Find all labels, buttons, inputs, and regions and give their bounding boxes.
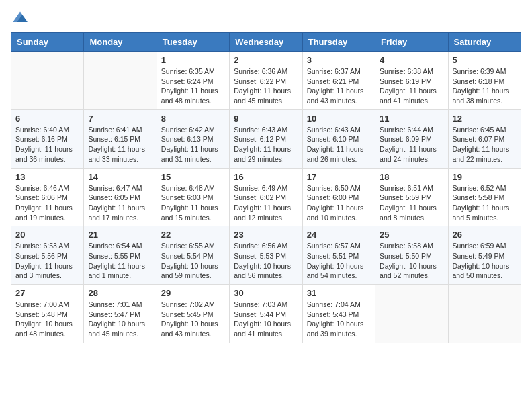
calendar-cell: 19Sunrise: 6:52 AM Sunset: 5:58 PM Dayli… (448, 168, 521, 226)
column-header-thursday: Thursday (302, 33, 375, 52)
calendar-cell: 18Sunrise: 6:51 AM Sunset: 5:59 PM Dayli… (375, 168, 448, 226)
column-header-sunday: Sunday (11, 33, 84, 52)
calendar-cell (11, 52, 84, 110)
day-info: Sunrise: 6:51 AM Sunset: 5:59 PM Dayligh… (380, 183, 443, 223)
calendar-cell: 7Sunrise: 6:41 AM Sunset: 6:15 PM Daylig… (84, 109, 157, 168)
day-number: 20 (15, 230, 79, 240)
day-number: 16 (234, 172, 298, 182)
day-number: 19 (453, 172, 517, 182)
day-info: Sunrise: 6:45 AM Sunset: 6:07 PM Dayligh… (453, 125, 517, 165)
column-header-wednesday: Wednesday (230, 33, 302, 52)
day-info: Sunrise: 6:59 AM Sunset: 5:49 PM Dayligh… (453, 241, 517, 281)
calendar-cell: 17Sunrise: 6:50 AM Sunset: 6:00 PM Dayli… (302, 168, 375, 226)
calendar-cell (375, 285, 448, 343)
day-info: Sunrise: 6:54 AM Sunset: 5:55 PM Dayligh… (88, 241, 152, 281)
day-info: Sunrise: 6:41 AM Sunset: 6:15 PM Dayligh… (88, 125, 152, 165)
day-number: 28 (88, 288, 152, 298)
day-number: 17 (307, 172, 371, 182)
calendar-cell (448, 285, 521, 343)
calendar-cell: 26Sunrise: 6:59 AM Sunset: 5:49 PM Dayli… (448, 226, 521, 285)
day-number: 29 (161, 288, 225, 298)
day-info: Sunrise: 6:43 AM Sunset: 6:10 PM Dayligh… (307, 125, 371, 165)
day-info: Sunrise: 6:57 AM Sunset: 5:51 PM Dayligh… (307, 241, 371, 281)
page-header (11, 11, 521, 24)
day-info: Sunrise: 6:46 AM Sunset: 6:06 PM Dayligh… (15, 183, 79, 223)
calendar-week-row: 27Sunrise: 7:00 AM Sunset: 5:48 PM Dayli… (11, 285, 521, 343)
calendar-header-row: SundayMondayTuesdayWednesdayThursdayFrid… (11, 33, 521, 52)
day-info: Sunrise: 6:37 AM Sunset: 6:21 PM Dayligh… (307, 66, 371, 106)
calendar-cell: 30Sunrise: 7:03 AM Sunset: 5:44 PM Dayli… (230, 285, 302, 343)
calendar-cell: 23Sunrise: 6:56 AM Sunset: 5:53 PM Dayli… (230, 226, 302, 285)
calendar-cell: 21Sunrise: 6:54 AM Sunset: 5:55 PM Dayli… (84, 226, 157, 285)
day-number: 1 (161, 55, 225, 65)
day-number: 11 (380, 113, 443, 124)
day-info: Sunrise: 7:01 AM Sunset: 5:47 PM Dayligh… (88, 300, 152, 339)
calendar-cell: 1Sunrise: 6:35 AM Sunset: 6:24 PM Daylig… (157, 52, 229, 110)
day-info: Sunrise: 6:50 AM Sunset: 6:00 PM Dayligh… (307, 183, 371, 223)
calendar-cell: 11Sunrise: 6:44 AM Sunset: 6:09 PM Dayli… (375, 109, 448, 168)
day-info: Sunrise: 6:40 AM Sunset: 6:16 PM Dayligh… (15, 125, 79, 165)
day-number: 13 (15, 172, 79, 182)
calendar-week-row: 20Sunrise: 6:53 AM Sunset: 5:56 PM Dayli… (11, 226, 521, 285)
day-info: Sunrise: 7:04 AM Sunset: 5:43 PM Dayligh… (307, 300, 371, 339)
day-info: Sunrise: 6:53 AM Sunset: 5:56 PM Dayligh… (15, 241, 79, 281)
calendar-cell: 24Sunrise: 6:57 AM Sunset: 5:51 PM Dayli… (302, 226, 375, 285)
day-info: Sunrise: 7:03 AM Sunset: 5:44 PM Dayligh… (234, 300, 298, 339)
day-info: Sunrise: 7:00 AM Sunset: 5:48 PM Dayligh… (15, 300, 79, 339)
day-number: 23 (234, 230, 298, 240)
day-number: 30 (234, 288, 298, 298)
calendar-week-row: 13Sunrise: 6:46 AM Sunset: 6:06 PM Dayli… (11, 168, 521, 226)
day-info: Sunrise: 7:02 AM Sunset: 5:45 PM Dayligh… (161, 300, 225, 339)
day-number: 25 (380, 230, 443, 240)
day-info: Sunrise: 6:49 AM Sunset: 6:02 PM Dayligh… (234, 183, 298, 223)
day-number: 24 (307, 230, 371, 240)
calendar-cell: 14Sunrise: 6:47 AM Sunset: 6:05 PM Dayli… (84, 168, 157, 226)
day-info: Sunrise: 6:48 AM Sunset: 6:03 PM Dayligh… (161, 183, 225, 223)
calendar-cell: 12Sunrise: 6:45 AM Sunset: 6:07 PM Dayli… (448, 109, 521, 168)
day-info: Sunrise: 6:47 AM Sunset: 6:05 PM Dayligh… (88, 183, 152, 223)
day-number: 8 (161, 113, 225, 124)
day-info: Sunrise: 6:42 AM Sunset: 6:13 PM Dayligh… (161, 125, 225, 165)
calendar-cell: 31Sunrise: 7:04 AM Sunset: 5:43 PM Dayli… (302, 285, 375, 343)
day-number: 12 (453, 113, 517, 124)
day-info: Sunrise: 6:44 AM Sunset: 6:09 PM Dayligh… (380, 125, 443, 165)
day-number: 6 (15, 113, 79, 124)
calendar-table: SundayMondayTuesdayWednesdayThursdayFrid… (11, 32, 521, 343)
logo-icon (11, 11, 30, 24)
calendar-cell (84, 52, 157, 110)
day-number: 31 (307, 288, 371, 298)
calendar-cell: 25Sunrise: 6:58 AM Sunset: 5:50 PM Dayli… (375, 226, 448, 285)
day-number: 4 (380, 55, 443, 65)
day-info: Sunrise: 6:52 AM Sunset: 5:58 PM Dayligh… (453, 183, 517, 223)
day-info: Sunrise: 6:36 AM Sunset: 6:22 PM Dayligh… (234, 66, 298, 106)
day-info: Sunrise: 6:56 AM Sunset: 5:53 PM Dayligh… (234, 241, 298, 281)
calendar-cell: 4Sunrise: 6:38 AM Sunset: 6:19 PM Daylig… (375, 52, 448, 110)
column-header-saturday: Saturday (448, 33, 521, 52)
day-info: Sunrise: 6:39 AM Sunset: 6:18 PM Dayligh… (453, 66, 517, 106)
day-number: 27 (15, 288, 79, 298)
day-info: Sunrise: 6:58 AM Sunset: 5:50 PM Dayligh… (380, 241, 443, 281)
calendar-cell: 3Sunrise: 6:37 AM Sunset: 6:21 PM Daylig… (302, 52, 375, 110)
day-number: 7 (88, 113, 152, 124)
day-number: 15 (161, 172, 225, 182)
day-number: 26 (453, 230, 517, 240)
day-info: Sunrise: 6:38 AM Sunset: 6:19 PM Dayligh… (380, 66, 443, 106)
day-info: Sunrise: 6:43 AM Sunset: 6:12 PM Dayligh… (234, 125, 298, 165)
day-number: 3 (307, 55, 371, 65)
day-number: 22 (161, 230, 225, 240)
day-info: Sunrise: 6:35 AM Sunset: 6:24 PM Dayligh… (161, 66, 225, 106)
calendar-cell: 2Sunrise: 6:36 AM Sunset: 6:22 PM Daylig… (230, 52, 302, 110)
calendar-cell: 27Sunrise: 7:00 AM Sunset: 5:48 PM Dayli… (11, 285, 84, 343)
day-number: 14 (88, 172, 152, 182)
calendar-cell: 10Sunrise: 6:43 AM Sunset: 6:10 PM Dayli… (302, 109, 375, 168)
calendar-week-row: 6Sunrise: 6:40 AM Sunset: 6:16 PM Daylig… (11, 109, 521, 168)
calendar-cell: 22Sunrise: 6:55 AM Sunset: 5:54 PM Dayli… (157, 226, 229, 285)
calendar-week-row: 1Sunrise: 6:35 AM Sunset: 6:24 PM Daylig… (11, 52, 521, 110)
calendar-cell: 20Sunrise: 6:53 AM Sunset: 5:56 PM Dayli… (11, 226, 84, 285)
calendar-cell: 8Sunrise: 6:42 AM Sunset: 6:13 PM Daylig… (157, 109, 229, 168)
calendar-cell: 5Sunrise: 6:39 AM Sunset: 6:18 PM Daylig… (448, 52, 521, 110)
day-number: 5 (453, 55, 517, 65)
day-info: Sunrise: 6:55 AM Sunset: 5:54 PM Dayligh… (161, 241, 225, 281)
day-number: 2 (234, 55, 298, 65)
day-number: 10 (307, 113, 371, 124)
